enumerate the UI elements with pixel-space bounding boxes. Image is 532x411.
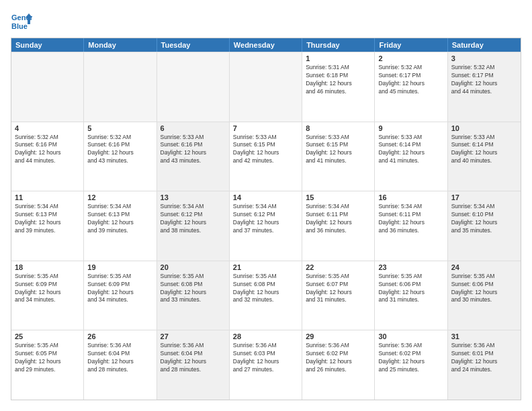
day-info: Sunrise: 5:34 AM Sunset: 6:11 PM Dayligh… [306, 203, 371, 235]
day-info: Sunrise: 5:36 AM Sunset: 6:04 PM Dayligh… [87, 342, 152, 374]
calendar-cell [11, 52, 84, 122]
day-number: 6 [161, 124, 226, 132]
day-number: 15 [306, 193, 371, 201]
day-info: Sunrise: 5:33 AM Sunset: 6:15 PM Dayligh… [306, 134, 371, 166]
calendar-cell: 4Sunrise: 5:32 AM Sunset: 6:16 PM Daylig… [11, 122, 84, 191]
day-info: Sunrise: 5:35 AM Sunset: 6:09 PM Dayligh… [87, 273, 152, 305]
calendar-cell: 19Sunrise: 5:35 AM Sunset: 6:09 PM Dayli… [84, 261, 157, 330]
calendar-row: 11Sunrise: 5:34 AM Sunset: 6:13 PM Dayli… [11, 191, 521, 261]
day-number: 16 [378, 193, 443, 201]
day-info: Sunrise: 5:35 AM Sunset: 6:08 PM Dayligh… [233, 273, 298, 305]
day-number: 31 [451, 332, 517, 340]
calendar-header-cell: Thursday [302, 38, 375, 52]
calendar-header-cell: Tuesday [157, 38, 230, 52]
svg-text:Blue: Blue [11, 22, 28, 30]
day-info: Sunrise: 5:35 AM Sunset: 6:08 PM Dayligh… [161, 273, 226, 305]
calendar-cell: 30Sunrise: 5:36 AM Sunset: 6:02 PM Dayli… [375, 330, 447, 400]
calendar-cell: 5Sunrise: 5:32 AM Sunset: 6:16 PM Daylig… [84, 122, 157, 191]
calendar: SundayMondayTuesdayWednesdayThursdayFrid… [11, 38, 521, 400]
day-number: 21 [233, 263, 298, 271]
day-number: 29 [306, 332, 371, 340]
day-number: 27 [161, 332, 226, 340]
calendar-cell: 20Sunrise: 5:35 AM Sunset: 6:08 PM Dayli… [157, 261, 230, 330]
day-number: 9 [378, 124, 443, 132]
calendar-cell: 6Sunrise: 5:33 AM Sunset: 6:16 PM Daylig… [157, 122, 230, 191]
logo: General Blue [11, 11, 32, 32]
day-info: Sunrise: 5:36 AM Sunset: 6:02 PM Dayligh… [306, 342, 371, 374]
day-info: Sunrise: 5:33 AM Sunset: 6:16 PM Dayligh… [161, 134, 226, 166]
day-info: Sunrise: 5:31 AM Sunset: 6:18 PM Dayligh… [306, 64, 371, 96]
day-info: Sunrise: 5:35 AM Sunset: 6:09 PM Dayligh… [15, 273, 80, 305]
day-info: Sunrise: 5:33 AM Sunset: 6:14 PM Dayligh… [378, 134, 443, 166]
day-number: 7 [233, 124, 298, 132]
day-info: Sunrise: 5:35 AM Sunset: 6:06 PM Dayligh… [378, 273, 443, 305]
calendar-cell: 27Sunrise: 5:36 AM Sunset: 6:04 PM Dayli… [157, 330, 230, 400]
day-info: Sunrise: 5:36 AM Sunset: 6:01 PM Dayligh… [451, 342, 517, 374]
day-info: Sunrise: 5:34 AM Sunset: 6:10 PM Dayligh… [451, 203, 517, 235]
day-info: Sunrise: 5:36 AM Sunset: 6:03 PM Dayligh… [233, 342, 298, 374]
calendar-cell [84, 52, 157, 122]
day-info: Sunrise: 5:34 AM Sunset: 6:12 PM Dayligh… [161, 203, 226, 235]
day-number: 13 [161, 193, 226, 201]
day-info: Sunrise: 5:32 AM Sunset: 6:17 PM Dayligh… [451, 64, 517, 96]
calendar-cell: 7Sunrise: 5:33 AM Sunset: 6:15 PM Daylig… [230, 122, 302, 191]
calendar-cell: 31Sunrise: 5:36 AM Sunset: 6:01 PM Dayli… [448, 330, 521, 400]
day-info: Sunrise: 5:34 AM Sunset: 6:11 PM Dayligh… [378, 203, 443, 235]
calendar-row: 4Sunrise: 5:32 AM Sunset: 6:16 PM Daylig… [11, 122, 521, 191]
day-number: 18 [15, 263, 80, 271]
calendar-row: 18Sunrise: 5:35 AM Sunset: 6:09 PM Dayli… [11, 261, 521, 330]
calendar-cell: 11Sunrise: 5:34 AM Sunset: 6:13 PM Dayli… [11, 191, 84, 261]
day-number: 28 [233, 332, 298, 340]
calendar-cell: 14Sunrise: 5:34 AM Sunset: 6:12 PM Dayli… [230, 191, 302, 261]
calendar-row: 25Sunrise: 5:35 AM Sunset: 6:05 PM Dayli… [11, 330, 521, 400]
calendar-header-cell: Saturday [448, 38, 521, 52]
day-info: Sunrise: 5:35 AM Sunset: 6:06 PM Dayligh… [451, 273, 517, 305]
calendar-cell: 18Sunrise: 5:35 AM Sunset: 6:09 PM Dayli… [11, 261, 84, 330]
calendar-cell: 16Sunrise: 5:34 AM Sunset: 6:11 PM Dayli… [375, 191, 447, 261]
calendar-header-cell: Wednesday [230, 38, 302, 52]
calendar-cell [230, 52, 302, 122]
calendar-cell: 3Sunrise: 5:32 AM Sunset: 6:17 PM Daylig… [448, 52, 521, 122]
day-number: 17 [451, 193, 517, 201]
calendar-cell: 25Sunrise: 5:35 AM Sunset: 6:05 PM Dayli… [11, 330, 84, 400]
calendar-cell: 13Sunrise: 5:34 AM Sunset: 6:12 PM Dayli… [157, 191, 230, 261]
day-info: Sunrise: 5:33 AM Sunset: 6:14 PM Dayligh… [451, 134, 517, 166]
day-number: 2 [378, 54, 443, 62]
calendar-cell: 9Sunrise: 5:33 AM Sunset: 6:14 PM Daylig… [375, 122, 447, 191]
logo-icon: General Blue [11, 11, 32, 32]
calendar-cell: 22Sunrise: 5:35 AM Sunset: 6:07 PM Dayli… [302, 261, 375, 330]
calendar-cell: 15Sunrise: 5:34 AM Sunset: 6:11 PM Dayli… [302, 191, 375, 261]
day-info: Sunrise: 5:32 AM Sunset: 6:16 PM Dayligh… [15, 134, 80, 166]
day-number: 5 [87, 124, 152, 132]
calendar-cell: 23Sunrise: 5:35 AM Sunset: 6:06 PM Dayli… [375, 261, 447, 330]
day-info: Sunrise: 5:34 AM Sunset: 6:13 PM Dayligh… [87, 203, 152, 235]
day-number: 14 [233, 193, 298, 201]
calendar-body: 1Sunrise: 5:31 AM Sunset: 6:18 PM Daylig… [11, 52, 521, 400]
day-info: Sunrise: 5:35 AM Sunset: 6:07 PM Dayligh… [306, 273, 371, 305]
calendar-cell: 2Sunrise: 5:32 AM Sunset: 6:17 PM Daylig… [375, 52, 447, 122]
calendar-cell: 10Sunrise: 5:33 AM Sunset: 6:14 PM Dayli… [448, 122, 521, 191]
day-number: 4 [15, 124, 80, 132]
calendar-header: SundayMondayTuesdayWednesdayThursdayFrid… [11, 38, 521, 52]
day-info: Sunrise: 5:34 AM Sunset: 6:12 PM Dayligh… [233, 203, 298, 235]
calendar-header-cell: Sunday [11, 38, 84, 52]
calendar-cell: 28Sunrise: 5:36 AM Sunset: 6:03 PM Dayli… [230, 330, 302, 400]
calendar-header-cell: Monday [84, 38, 157, 52]
calendar-cell: 24Sunrise: 5:35 AM Sunset: 6:06 PM Dayli… [448, 261, 521, 330]
day-number: 11 [15, 193, 80, 201]
day-info: Sunrise: 5:32 AM Sunset: 6:17 PM Dayligh… [378, 64, 443, 96]
calendar-cell [157, 52, 230, 122]
day-number: 26 [87, 332, 152, 340]
calendar-cell: 8Sunrise: 5:33 AM Sunset: 6:15 PM Daylig… [302, 122, 375, 191]
calendar-cell: 1Sunrise: 5:31 AM Sunset: 6:18 PM Daylig… [302, 52, 375, 122]
calendar-cell: 12Sunrise: 5:34 AM Sunset: 6:13 PM Dayli… [84, 191, 157, 261]
day-info: Sunrise: 5:33 AM Sunset: 6:15 PM Dayligh… [233, 134, 298, 166]
day-info: Sunrise: 5:32 AM Sunset: 6:16 PM Dayligh… [87, 134, 152, 166]
day-number: 22 [306, 263, 371, 271]
calendar-cell: 21Sunrise: 5:35 AM Sunset: 6:08 PM Dayli… [230, 261, 302, 330]
calendar-cell: 17Sunrise: 5:34 AM Sunset: 6:10 PM Dayli… [448, 191, 521, 261]
calendar-row: 1Sunrise: 5:31 AM Sunset: 6:18 PM Daylig… [11, 52, 521, 122]
day-number: 1 [306, 54, 371, 62]
calendar-cell: 29Sunrise: 5:36 AM Sunset: 6:02 PM Dayli… [302, 330, 375, 400]
day-number: 10 [451, 124, 517, 132]
